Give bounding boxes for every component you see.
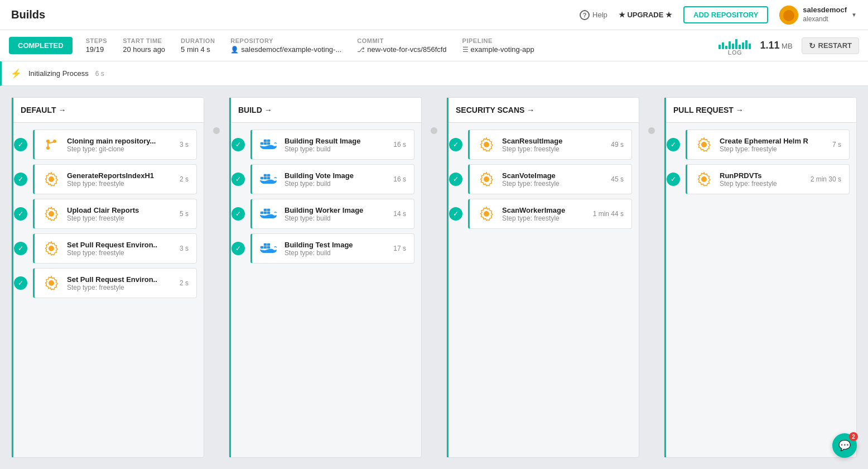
step-duration: 45 s xyxy=(611,175,624,183)
table-row[interactable]: ✓ Building Vote ImageStep type: build16 … xyxy=(236,164,414,194)
step-duration: 5 s xyxy=(180,210,189,218)
commit-value: new-vote-for-vcs/856fcfd xyxy=(367,45,446,54)
step-info: ScanResultImageStep type: freestyle xyxy=(502,137,604,153)
log-area[interactable]: LOG xyxy=(718,36,751,56)
step-duration: 2 min 30 s xyxy=(811,175,841,183)
step-type: Step type: freestyle xyxy=(67,249,173,257)
step-complete-icon: ✓ xyxy=(14,276,27,290)
table-row[interactable]: ✓ RunPRDVTsStep type: freestyle2 min 30 … xyxy=(671,164,850,194)
user-menu[interactable]: salesdemocf alexandt ▼ xyxy=(779,6,857,25)
gear-icon xyxy=(478,205,495,223)
pipeline-with-icon: ☰ example-voting-app xyxy=(462,45,534,54)
step-card[interactable]: Cloning main repository...Step type: git… xyxy=(33,130,197,160)
table-row[interactable]: ✓ Upload Clair ReportsStep type: freesty… xyxy=(18,199,197,229)
table-row[interactable]: ✓ Building Test ImageStep type: build17 … xyxy=(236,233,414,264)
table-row[interactable]: ✓ ScanVoteImageStep type: freestyle45 s xyxy=(454,164,632,194)
step-card[interactable]: Set Pull Request Environ..Step type: fre… xyxy=(33,268,197,298)
nav-actions: ? Help ★ UPGRADE ★ ADD REPOSITORY salesd… xyxy=(580,6,857,25)
step-info: Set Pull Request Environ..Step type: fre… xyxy=(67,275,173,291)
step-card[interactable]: RunPRDVTsStep type: freestyle2 min 30 s xyxy=(686,164,850,194)
table-row[interactable]: ✓ ScanWorkerImageStep type: freestyle1 m… xyxy=(454,199,632,229)
steps-label: STEPS xyxy=(86,37,108,44)
step-card[interactable]: GenerateReportsIndexH1Step type: freesty… xyxy=(33,164,197,194)
step-card[interactable]: Set Pull Request Environ..Step type: fre… xyxy=(33,233,197,264)
pipeline-icon: ☰ xyxy=(462,46,469,54)
gear-icon xyxy=(42,240,60,257)
step-card[interactable]: ScanVoteImageStep type: freestyle45 s xyxy=(468,164,632,194)
build-status-bar: COMPLETED STEPS 19/19 START TIME 20 hour… xyxy=(0,30,868,61)
step-name: Set Pull Request Environ.. xyxy=(67,275,173,284)
col-connector-dot xyxy=(213,127,220,134)
table-row[interactable]: ✓ Create Ephemeral Helm RStep type: free… xyxy=(671,130,850,160)
step-card[interactable]: Building Test ImageStep type: build17 s xyxy=(250,233,414,264)
main-content: DEFAULT →✓ Cloning main repository...Ste… xyxy=(0,86,868,469)
upgrade-button[interactable]: ★ UPGRADE ★ xyxy=(619,11,672,19)
table-row[interactable]: ✓ Building Worker ImageStep type: build1… xyxy=(236,199,414,229)
col-title: SECURITY SCANS → xyxy=(456,106,630,114)
step-name: RunPRDVTs xyxy=(720,171,804,180)
step-card[interactable]: Building Result ImageStep type: build16 … xyxy=(250,130,414,160)
step-card[interactable]: Building Worker ImageStep type: build14 … xyxy=(250,199,414,229)
duration-value: 5 min 4 s xyxy=(181,45,215,54)
step-name: Building Result Image xyxy=(284,137,387,145)
step-type: Step type: freestyle xyxy=(67,180,173,188)
start-label: START TIME xyxy=(123,37,165,44)
col-steps: ✓ Cloning main repository...Step type: g… xyxy=(12,123,204,305)
pipeline-value: example-voting-app xyxy=(471,45,534,54)
step-type: Step type: freestyle xyxy=(67,214,173,222)
step-type: Step type: build xyxy=(284,180,387,188)
step-card[interactable]: Upload Clair ReportsStep type: freestyle… xyxy=(33,199,197,229)
log-label: LOG xyxy=(728,49,742,56)
user-names: salesdemocf alexandt xyxy=(803,6,847,23)
chat-button[interactable]: 💬 2 xyxy=(832,433,857,458)
build-right-actions: LOG 1.11 MB ↻ RESTART xyxy=(718,36,859,56)
svg-rect-20 xyxy=(264,209,267,211)
svg-rect-19 xyxy=(267,212,270,214)
col-title: PULL REQUEST → xyxy=(673,106,847,114)
svg-point-6 xyxy=(46,146,50,150)
step-card[interactable]: ScanWorkerImageStep type: freestyle1 min… xyxy=(468,199,632,229)
step-type: Step type: freestyle xyxy=(720,180,804,188)
init-time: 6 s xyxy=(95,70,104,78)
col-accent-bar xyxy=(229,98,231,457)
gear-icon xyxy=(478,170,495,188)
table-row[interactable]: ✓ GenerateReportsIndexH1Step type: frees… xyxy=(18,164,197,194)
step-type: Step type: freestyle xyxy=(502,214,586,222)
duration-label: DURATION xyxy=(181,37,215,44)
step-type: Step type: build xyxy=(284,145,387,153)
help-button[interactable]: ? Help xyxy=(580,10,607,20)
table-row[interactable]: ✓ Building Result ImageStep type: build1… xyxy=(236,130,414,160)
col-steps: ✓ Building Result ImageStep type: build1… xyxy=(229,123,421,270)
step-card[interactable]: Building Vote ImageStep type: build16 s xyxy=(250,164,414,194)
repo-with-icon: 👤 salesdemocf/example-voting-... xyxy=(230,45,341,54)
col-header: BUILD → xyxy=(229,98,421,123)
svg-rect-23 xyxy=(264,246,267,248)
step-duration: 49 s xyxy=(611,141,624,149)
step-complete-icon: ✓ xyxy=(449,173,462,186)
table-row[interactable]: ✓ Set Pull Request Environ..Step type: f… xyxy=(18,268,197,298)
table-row[interactable]: ✓ ScanResultImageStep type: freestyle49 … xyxy=(454,130,632,160)
table-row[interactable]: ✓ Set Pull Request Environ..Step type: f… xyxy=(18,233,197,264)
step-type: Step type: freestyle xyxy=(67,284,173,291)
table-row[interactable]: ✓ Cloning main repository...Step type: g… xyxy=(18,130,197,160)
restart-button[interactable]: ↻ RESTART xyxy=(802,37,859,54)
step-name: Upload Clair Reports xyxy=(67,206,173,214)
step-duration: 7 s xyxy=(832,141,841,149)
step-name: Building Vote Image xyxy=(284,171,387,180)
username-sub: alexandt xyxy=(803,15,847,24)
svg-rect-22 xyxy=(261,246,263,248)
step-complete-icon: ✓ xyxy=(232,173,245,186)
add-repository-button[interactable]: ADD REPOSITORY xyxy=(683,6,768,23)
sparkline-bar xyxy=(722,42,724,49)
docker-icon xyxy=(260,205,278,223)
svg-rect-9 xyxy=(267,142,270,145)
step-card[interactable]: ScanResultImageStep type: freestyle49 s xyxy=(468,130,632,160)
col-accent-bar xyxy=(447,98,449,457)
step-info: ScanWorkerImageStep type: freestyle xyxy=(502,206,586,222)
col-connector-dot xyxy=(431,127,437,134)
step-info: Cloning main repository...Step type: git… xyxy=(67,137,173,153)
step-card[interactable]: Create Ephemeral Helm RStep type: freest… xyxy=(686,130,850,160)
step-type: Step type: build xyxy=(284,249,387,257)
commit-meta: COMMIT ⎇ new-vote-for-vcs/856fcfd xyxy=(357,37,446,54)
chat-badge: 2 xyxy=(849,432,858,441)
